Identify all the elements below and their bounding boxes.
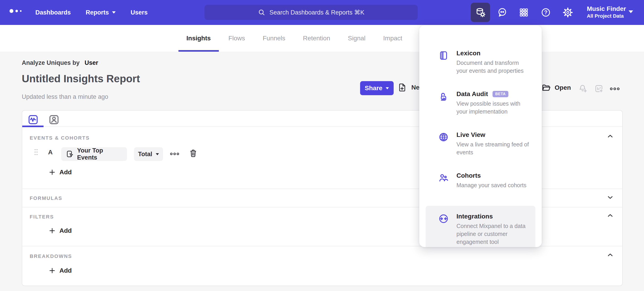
share-label: Share (365, 84, 382, 92)
active-tab-underline (22, 126, 44, 127)
metric-label: Total (138, 151, 152, 158)
drag-handle[interactable] (34, 148, 38, 156)
project-caret-icon[interactable] (628, 10, 633, 13)
open-report-button[interactable]: Open (542, 83, 571, 92)
collapse-filters-chevron-up-icon[interactable] (606, 212, 614, 219)
project-selector[interactable]: Music Finder All Project Data (587, 5, 626, 19)
plus-icon (48, 227, 56, 234)
add-event-label: Add (60, 169, 72, 176)
delete-row-trash-icon[interactable] (189, 148, 198, 158)
logo-dot (20, 10, 22, 12)
nav-dashboards[interactable]: Dashboards (35, 9, 71, 16)
data-management-dropdown: Lexicon Document and transform your even… (419, 25, 542, 247)
logo-dot (16, 10, 18, 12)
menu-item-live-view[interactable]: Live View View a live streaming feed of … (426, 124, 536, 165)
collapse-breakdowns-chevron-up-icon[interactable] (606, 251, 614, 259)
updated-timestamp: Updated less than a minute ago (22, 93, 108, 100)
nav-reports[interactable]: Reports (86, 9, 116, 16)
analyze-by-dropdown[interactable]: User (84, 59, 98, 66)
logo-dot (10, 9, 14, 13)
menu-item-description: Document and transform your events and p… (456, 59, 530, 75)
open-label: Open (555, 84, 571, 91)
data-management-button[interactable] (471, 3, 490, 22)
cohorts-users-icon (438, 173, 449, 183)
lexicon-book-icon (438, 50, 449, 61)
file-plus-icon (397, 82, 407, 92)
search-icon (258, 8, 266, 16)
tab-impact[interactable]: Impact (383, 25, 402, 52)
apps-grid-icon[interactable] (519, 7, 529, 17)
report-title[interactable]: Untitled Insights Report (22, 72, 140, 85)
expand-formulas-chevron-down-icon[interactable] (606, 194, 614, 201)
menu-item-description: View possible issues with your implement… (456, 100, 530, 116)
data-audit-lock-icon (438, 91, 449, 101)
report-tabs: Insights Flows Funnels Retention Signal … (186, 25, 402, 52)
help-icon[interactable]: ? (540, 7, 551, 18)
plus-icon (48, 267, 56, 274)
tab-funnels[interactable]: Funnels (262, 25, 285, 52)
chevron-down-icon (156, 153, 159, 155)
add-filter-label: Add (60, 227, 72, 234)
nav-dashboards-label: Dashboards (35, 9, 71, 16)
menu-item-description: Manage your saved cohorts (456, 181, 526, 189)
filters-label: FILTERS (30, 214, 54, 220)
event-click-icon (66, 150, 74, 158)
collapse-events-chevron-up-icon[interactable] (606, 132, 614, 140)
nav-users[interactable]: Users (130, 9, 148, 16)
chevron-down-icon (112, 11, 116, 13)
menu-item-title: Live View (456, 131, 485, 139)
series-letter: A (48, 149, 52, 156)
event-selector[interactable]: Your Top Events (61, 147, 127, 161)
metric-selector[interactable]: Total (134, 147, 163, 161)
global-search-input[interactable]: Search Dashboards & Reports ⌘K (204, 5, 418, 20)
menu-item-title: Cohorts (456, 172, 481, 180)
add-filter-button[interactable]: Add (48, 227, 72, 234)
formulas-label: FORMULAS (30, 195, 62, 201)
feedback-icon[interactable] (497, 7, 508, 18)
share-button[interactable]: Share (360, 81, 394, 95)
project-scope: All Project Data (587, 13, 626, 19)
menu-item-cohorts[interactable]: Cohorts Manage your saved cohorts (426, 165, 536, 206)
menu-item-integrations[interactable]: Integrations Connect Mixpanel to a data … (426, 206, 536, 247)
tab-flows[interactable]: Flows (228, 25, 245, 52)
menu-item-title: Lexicon (456, 49, 480, 57)
add-to-board-icon[interactable] (594, 84, 604, 93)
analyze-uniques-label: Analyze Uniques by (22, 59, 80, 66)
more-options-icon[interactable] (610, 85, 620, 92)
report-tabbar: Insights Flows Funnels Retention Signal … (0, 25, 644, 52)
tab-retention[interactable]: Retention (303, 25, 330, 52)
events-view-tab[interactable] (27, 114, 39, 126)
nav-users-label: Users (130, 9, 148, 16)
profiles-view-tab[interactable] (48, 114, 60, 126)
alert-bell-add-icon[interactable] (577, 83, 588, 94)
mixpanel-logo[interactable] (10, 9, 22, 13)
events-cohorts-label: EVENTS & COHORTS (30, 135, 90, 141)
row-more-options-icon[interactable] (170, 150, 180, 157)
data-management-icon (475, 7, 486, 18)
nav-reports-label: Reports (86, 9, 109, 16)
menu-item-description: View a live streaming feed of events (456, 141, 530, 156)
tab-insights[interactable]: Insights (186, 25, 211, 52)
settings-icon[interactable] (562, 7, 573, 18)
project-name: Music Finder (587, 5, 626, 13)
beta-badge: BETA (492, 91, 508, 97)
search-placeholder: Search Dashboards & Reports ⌘K (270, 9, 364, 16)
add-breakdown-label: Add (60, 267, 72, 274)
chevron-down-icon (386, 87, 389, 89)
svg-text:?: ? (544, 9, 548, 15)
menu-item-data-audit[interactable]: Data Audit BETA View possible issues wit… (426, 83, 536, 124)
add-breakdown-button[interactable]: Add (48, 267, 72, 274)
menu-item-title: Data Audit (456, 90, 488, 98)
menu-item-description: Connect Mixpanel to a data pipeline or c… (456, 222, 530, 246)
folder-open-icon (542, 83, 551, 92)
topbar: Dashboards Reports Users Search Dashboar… (0, 0, 644, 25)
breakdowns-label: BREAKDOWNS (30, 253, 72, 259)
menu-item-lexicon[interactable]: Lexicon Document and transform your even… (426, 43, 536, 83)
breadcrumb: Analyze Uniques by User (22, 59, 98, 66)
tab-signal[interactable]: Signal (348, 25, 366, 52)
primary-nav: Dashboards Reports Users (35, 0, 148, 25)
integrations-sync-icon (438, 214, 449, 224)
plus-icon (48, 169, 56, 176)
add-event-button[interactable]: Add (48, 169, 72, 176)
menu-item-title: Integrations (456, 213, 493, 220)
